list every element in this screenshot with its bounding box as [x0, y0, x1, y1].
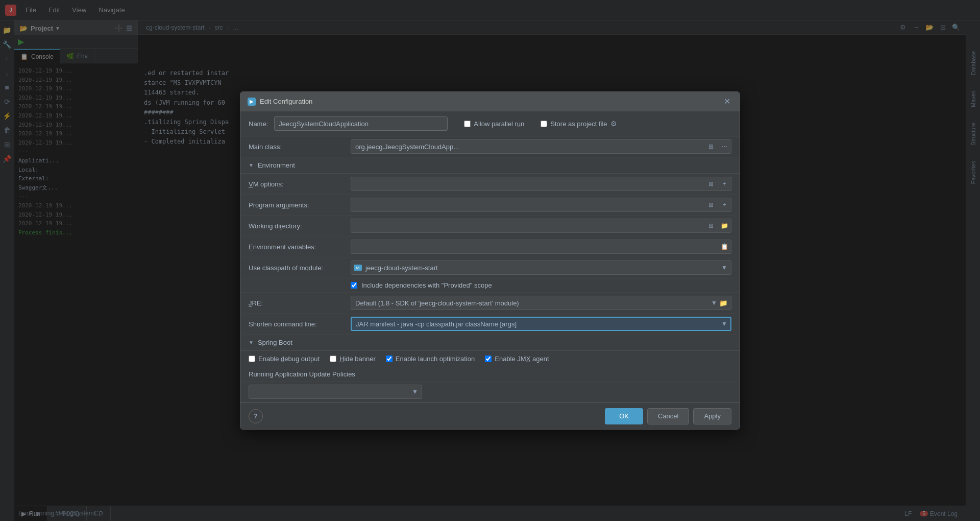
main-class-expand-btn[interactable]: ⊞	[705, 140, 717, 153]
env-vars-row: Environment variables: 📋	[240, 236, 740, 257]
allow-parallel-run-group: Allow parallel run	[464, 120, 524, 128]
policies-select-wrap: ▼	[249, 385, 422, 399]
working-dir-label: Working directory:	[249, 222, 351, 230]
classpath-module-select[interactable]: jeecg-cloud-system-start	[351, 260, 731, 275]
env-vars-input-wrap: 📋	[351, 240, 731, 254]
name-input[interactable]	[274, 116, 448, 131]
dialog-title-icon: ▶	[248, 98, 256, 106]
classpath-module-label: Use classpath of module:	[249, 264, 351, 272]
classpath-module-row: Use classpath of module: M jeecg-cloud-s…	[240, 257, 740, 278]
environment-section-title: Environment	[258, 161, 295, 169]
hide-banner-checkbox[interactable]	[330, 356, 336, 362]
dialog-footer: ? OK Cancel Apply	[240, 402, 740, 429]
main-class-label: Main class:	[249, 143, 351, 151]
program-args-input-wrap: ⊞ +	[351, 198, 731, 212]
env-vars-browse-btn[interactable]: 📋	[718, 241, 730, 253]
vm-options-label: VM options:	[249, 180, 351, 188]
jre-select[interactable]: Default (1.8 - SDK of 'jeecg-cloud-syste…	[351, 296, 731, 310]
main-class-input[interactable]	[351, 139, 731, 154]
working-dir-expand-btn[interactable]: ⊞	[705, 220, 717, 232]
running-app-policies-label: Running Application Update Policies	[240, 367, 740, 382]
shorten-cmd-select-wrap: JAR manifest - java -cp classpath.jar cl…	[351, 317, 731, 331]
enable-debug-label: Enable debug output	[258, 355, 320, 363]
vm-options-extra-btn[interactable]: +	[718, 178, 730, 190]
dialog-body: Main class: ⊞ ⋯ ▼ Environment VM options…	[240, 136, 740, 402]
working-dir-browse-btn[interactable]: 📁	[718, 220, 730, 232]
env-vars-label: Environment variables:	[249, 243, 351, 251]
main-class-input-wrap: ⊞ ⋯	[351, 139, 731, 154]
store-project-group: Store as project file ⚙	[541, 120, 617, 128]
main-class-row: Main class: ⊞ ⋯	[240, 136, 740, 157]
vm-options-row: VM options: ⊞ +	[240, 174, 740, 195]
spring-boot-section-header[interactable]: ▼ Spring Boot	[240, 335, 740, 351]
store-project-checkbox[interactable]	[541, 121, 547, 127]
shorten-cmd-select[interactable]: JAR manifest - java -cp classpath.jar cl…	[351, 317, 731, 331]
vm-options-expand-btn[interactable]: ⊞	[705, 178, 717, 190]
store-project-label: Store as project file	[550, 120, 607, 128]
apply-button[interactable]: Apply	[693, 408, 731, 424]
spring-boot-triangle-icon: ▼	[249, 340, 254, 345]
working-dir-input-wrap: ⊞ 📁	[351, 219, 731, 233]
main-class-browse-btn[interactable]: ⋯	[718, 140, 730, 153]
jre-row: JRE: Default (1.8 - SDK of 'jeecg-cloud-…	[240, 293, 740, 314]
vm-options-input-wrap: ⊞ +	[351, 177, 731, 191]
enable-launch-item: Enable launch optimization	[386, 355, 475, 363]
enable-jmx-item: Enable JMX agent	[485, 355, 549, 363]
dialog-header-row: Name: Allow parallel run Store as projec…	[240, 111, 740, 136]
vm-options-input[interactable]	[351, 177, 731, 191]
shorten-cmd-label: Shorten command line:	[249, 320, 351, 328]
enable-debug-item: Enable debug output	[249, 355, 320, 363]
hide-banner-label: Hide banner	[339, 355, 376, 363]
include-deps-row: Include dependencies with "Provided" sco…	[240, 278, 740, 293]
enable-jmx-checkbox[interactable]	[485, 356, 492, 362]
name-label: Name:	[249, 120, 268, 128]
program-args-input[interactable]	[351, 198, 731, 212]
allow-parallel-run-label: Allow parallel run	[474, 120, 524, 128]
dialog-overlay: ▶ Edit Configuration ✕ Name: Allow paral…	[0, 0, 980, 521]
policies-dropdown-row: ▼	[240, 382, 740, 402]
ok-button[interactable]: OK	[605, 408, 643, 424]
spring-boot-section-title: Spring Boot	[258, 339, 292, 346]
jre-folder-btn[interactable]: 📁	[717, 297, 729, 309]
enable-jmx-label: Enable JMX agent	[495, 355, 549, 363]
jre-label: JRE:	[249, 299, 351, 307]
environment-section-header[interactable]: ▼ Environment	[240, 157, 740, 174]
program-args-row: Program arguments: ⊞ +	[240, 195, 740, 216]
allow-parallel-run-checkbox[interactable]	[464, 121, 471, 127]
classpath-module-select-wrap: M jeecg-cloud-system-start ▼	[351, 260, 731, 275]
shorten-cmd-row: Shorten command line: JAR manifest - jav…	[240, 314, 740, 335]
enable-launch-label: Enable launch optimization	[396, 355, 475, 363]
program-args-label: Program arguments:	[249, 201, 351, 209]
env-vars-input[interactable]	[351, 240, 731, 254]
store-project-gear-icon[interactable]: ⚙	[610, 120, 617, 128]
working-dir-input[interactable]	[351, 219, 731, 233]
include-deps-label: Include dependencies with "Provided" sco…	[361, 281, 492, 289]
policies-select[interactable]	[249, 385, 422, 399]
program-args-extra-btn[interactable]: +	[718, 199, 730, 211]
module-icon: M	[354, 265, 362, 271]
env-triangle-icon: ▼	[249, 162, 254, 168]
edit-configuration-dialog: ▶ Edit Configuration ✕ Name: Allow paral…	[240, 91, 740, 430]
cancel-button[interactable]: Cancel	[647, 408, 689, 424]
spring-boot-options-row: Enable debug output Hide banner Enable l…	[240, 351, 740, 367]
program-args-expand-btn[interactable]: ⊞	[705, 199, 717, 211]
working-dir-row: Working directory: ⊞ 📁	[240, 216, 740, 236]
dialog-title: Edit Configuration	[260, 98, 312, 105]
dialog-titlebar: ▶ Edit Configuration ✕	[240, 92, 740, 111]
jre-select-wrap: Default (1.8 - SDK of 'jeecg-cloud-syste…	[351, 296, 731, 310]
enable-debug-checkbox[interactable]	[249, 356, 255, 362]
include-deps-checkbox[interactable]	[351, 282, 357, 289]
enable-launch-checkbox[interactable]	[386, 356, 393, 362]
help-button[interactable]: ?	[249, 409, 263, 423]
hide-banner-item: Hide banner	[330, 355, 376, 363]
dialog-close-button[interactable]: ✕	[721, 96, 732, 107]
